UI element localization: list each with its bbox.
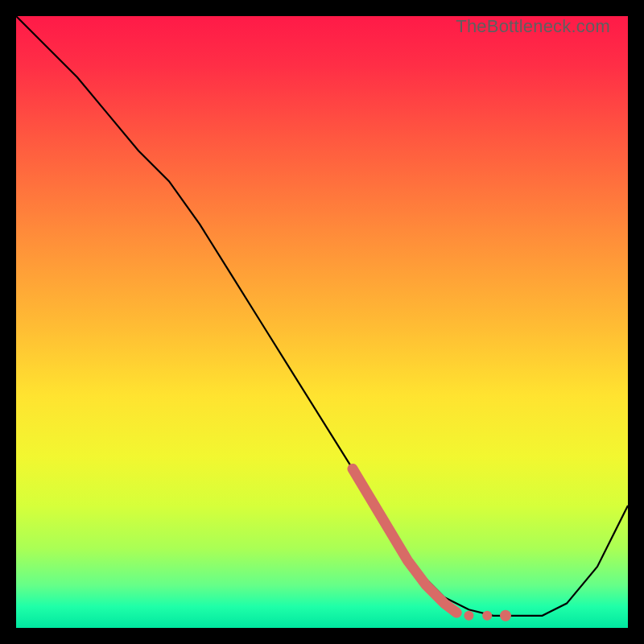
chart-plot-area — [16, 16, 628, 628]
highlight-dots — [464, 610, 511, 621]
watermark-text: TheBottleneck.com — [456, 16, 610, 37]
gradient-background — [16, 16, 628, 628]
chart-frame: TheBottleneck.com — [16, 16, 628, 628]
highlight-dot — [500, 610, 511, 621]
highlight-dot — [482, 611, 492, 621]
highlight-dot — [464, 611, 473, 621]
chart-svg — [16, 16, 628, 628]
